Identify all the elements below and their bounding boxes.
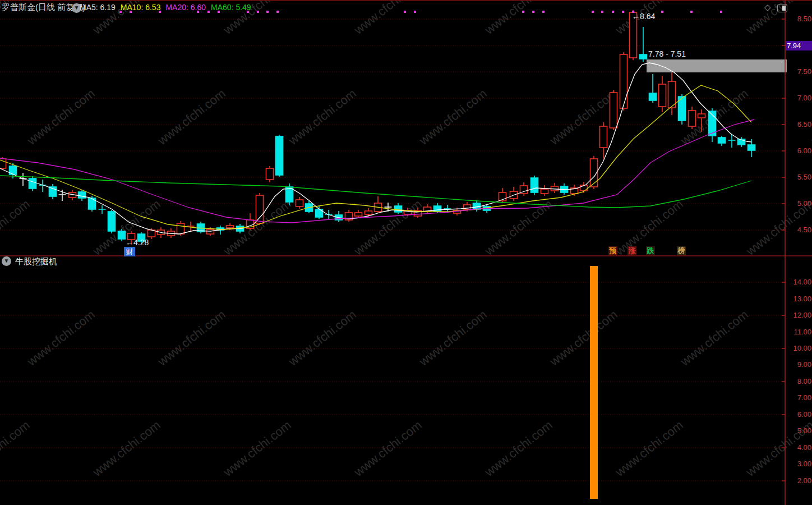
candle-body (718, 137, 726, 143)
candle-body (29, 178, 36, 189)
value-axis-label: 2.00 (786, 476, 811, 485)
watermark-text: www.cfchi.com (24, 86, 98, 148)
annotation-peak: ←8.64 (632, 12, 655, 21)
candle-body (276, 136, 283, 175)
candle-body (610, 93, 617, 128)
watermark-text: www.cfchi.com (351, 418, 425, 480)
event-dot (622, 11, 624, 13)
annotation-gap: 7.78 - 7.51 (648, 49, 686, 58)
watermark-text: www.cfchi.com (155, 307, 228, 369)
candle-body (355, 213, 362, 216)
ma10-label: MA10: 6.53 (121, 3, 161, 12)
price-axis-label: 7.00 (786, 94, 811, 102)
candle-body (266, 168, 274, 180)
candle-body (640, 54, 647, 59)
candle-body (620, 54, 628, 108)
tag-forecast[interactable]: 预 (608, 246, 617, 255)
watermark-text: www.cfchi.com (482, 197, 555, 259)
candle-body (296, 200, 303, 206)
watermark-text: www.cfchi.com (547, 86, 620, 148)
event-dot (542, 11, 545, 13)
event-dot (266, 11, 269, 13)
ma60-label: MA60: 5.49 (211, 3, 251, 12)
watermark-text: www.cfchi.com (677, 307, 751, 369)
candle-body (395, 206, 402, 212)
tag-rank[interactable]: 榜 (677, 246, 686, 255)
watermark-text: www.cfchi.com (482, 0, 555, 38)
candle-body (580, 185, 588, 191)
candle-body (668, 81, 676, 108)
price-axis-label: 5.00 (786, 199, 811, 208)
value-axis-label: 4.00 (786, 443, 811, 452)
watermark-text: www.cfchi.com (612, 418, 686, 480)
event-dot (612, 11, 614, 13)
tag-fall[interactable]: 跌 (646, 246, 655, 255)
event-dot (661, 11, 663, 13)
event-dot (690, 11, 693, 13)
watermark-text: www.cfchi.com (90, 418, 163, 480)
value-axis-label: 13.00 (786, 295, 811, 303)
ma20-label: MA20: 6.60 (165, 3, 206, 12)
watermark-text: www.cfchi.com (482, 418, 555, 480)
candle-body (659, 84, 666, 107)
watermark-text: www.cfchi.com (547, 307, 620, 369)
event-dot (522, 11, 524, 13)
gap-zone-box (647, 59, 787, 72)
value-axis-label: 10.00 (786, 344, 811, 352)
price-axis-label: 5.50 (786, 173, 811, 181)
event-dot (592, 11, 594, 13)
chart-canvas[interactable]: www.cfchi.comwww.cfchi.comwww.cfchi.comw… (0, 0, 812, 505)
watermark-text: www.cfchi.com (0, 418, 33, 480)
split-panel-icon[interactable] (777, 4, 787, 12)
watermark-text: www.cfchi.com (155, 86, 228, 148)
candle-body (531, 178, 538, 192)
candle-body (177, 223, 184, 234)
candle-body (434, 206, 441, 212)
price-axis-label: 6.50 (786, 120, 811, 128)
value-axis-label: 7.00 (786, 393, 811, 402)
value-axis-label: 3.00 (786, 460, 811, 468)
candle-body (365, 211, 372, 214)
ma-legend: MA5: 6.19MA10: 6.53MA20: 6.60MA60: 5.49 (80, 3, 256, 12)
candle-body (541, 189, 548, 194)
ma5-label: MA5: 6.19 (80, 3, 116, 12)
event-dot (414, 11, 416, 13)
value-axis-label: 6.00 (786, 410, 811, 419)
value-axis-label: 5.00 (786, 426, 811, 435)
candle-body (689, 111, 696, 126)
event-dot (404, 11, 406, 13)
annotation-low: ←4.28 (126, 238, 149, 247)
value-axis-label: 9.00 (786, 360, 811, 369)
price-axis-label: 6.00 (786, 146, 811, 155)
watermark-text: www.cfchi.com (24, 307, 98, 369)
price-axis-label: 4.50 (786, 226, 811, 234)
value-axis-label: 12.00 (786, 311, 811, 319)
watermark-text: www.cfchi.com (0, 197, 33, 259)
diamond-icon[interactable]: ◇ (764, 2, 771, 12)
price-axis-label: 8.50 (786, 15, 811, 23)
candle-body (256, 195, 264, 223)
event-dot (532, 11, 534, 13)
candle-body (649, 93, 657, 100)
candle-body (79, 192, 86, 198)
value-axis-label: 11.00 (786, 328, 811, 336)
candle-body (118, 231, 126, 239)
indicator-chevron-down-icon[interactable]: ▼ (2, 256, 11, 266)
candle-body (108, 212, 116, 231)
watermark-text: www.cfchi.com (220, 418, 294, 480)
candle-body (748, 145, 755, 150)
watermark-text: www.cfchi.com (416, 307, 490, 369)
watermark-text: www.cfchi.com (285, 307, 359, 369)
indicator-bar (590, 266, 598, 499)
event-dot (601, 11, 603, 13)
indicator-title: 牛股挖掘机 (15, 256, 57, 267)
app-root: www.cfchi.comwww.cfchi.comwww.cfchi.comw… (0, 0, 812, 505)
tag-rise[interactable]: 涨 (628, 246, 636, 255)
watermark-text: www.cfchi.com (351, 0, 425, 38)
news-marker-badge[interactable]: 财 (124, 247, 135, 256)
price-axis-label: 7.50 (786, 67, 811, 76)
event-dot (257, 11, 259, 13)
value-axis-label: 14.00 (786, 278, 811, 286)
candle-body (207, 229, 214, 234)
event-dot (276, 11, 279, 13)
